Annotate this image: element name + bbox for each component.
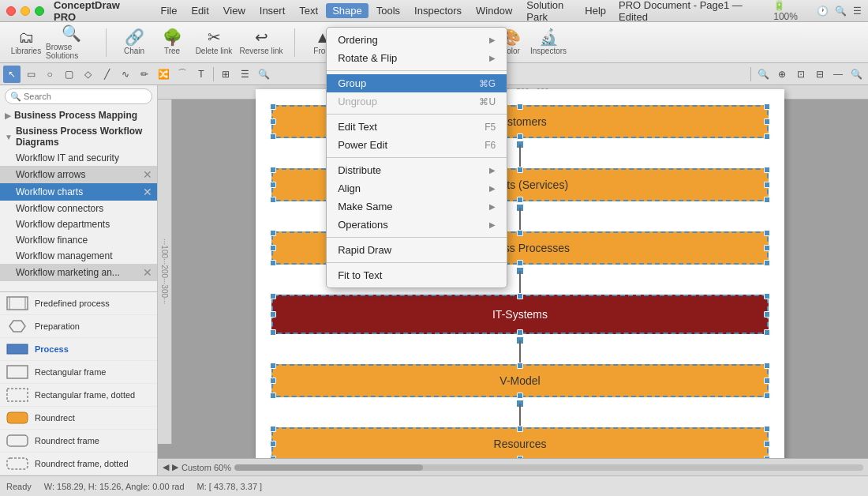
sidebar-item-workflow-finance[interactable]: Workflow finance <box>0 232 157 248</box>
menu-inspectors[interactable]: Inspectors <box>408 3 468 18</box>
browse-solutions-button[interactable]: 🔍 Browse Solutions <box>46 24 96 61</box>
shape-roundrect-frame[interactable]: Roundrect frame <box>0 430 157 453</box>
menu-solution-park[interactable]: Solution Park <box>520 0 577 24</box>
handle-bc <box>517 133 523 140</box>
line-tool[interactable]: ╱ <box>98 66 115 83</box>
pen-tool[interactable]: ✏ <box>136 66 153 83</box>
close-button[interactable] <box>6 6 16 16</box>
search-icon[interactable]: 🔍 <box>835 6 847 17</box>
handle-bp-ml <box>270 245 276 251</box>
search-box[interactable]: 🔍 <box>5 88 152 104</box>
sidebar-section-bpwd[interactable]: ▼ Business Process Workflow Diagrams <box>0 123 157 150</box>
rectangular-frame-dotted-label: Rectangular frame, dotted <box>35 390 135 400</box>
menu-distribute[interactable]: Distribute ▶ <box>327 161 507 179</box>
hamburger-icon[interactable]: ☰ <box>853 6 862 17</box>
shape-it-systems[interactable]: IT-Systems <box>271 295 769 334</box>
arc-tool[interactable]: ⌒ <box>174 66 191 83</box>
canvas-inner[interactable]: ···300···400···500···600··· ···100···200… <box>158 85 868 458</box>
close-icon-workflow-arrows[interactable]: ✕ <box>143 168 152 181</box>
scroll-thumb[interactable] <box>234 464 423 471</box>
scroll-bar[interactable] <box>234 464 863 471</box>
text-tool[interactable]: T <box>193 66 210 83</box>
menu-make-same[interactable]: Make Same ▶ <box>327 197 507 216</box>
shape-v-model[interactable]: V-Model <box>271 364 769 397</box>
predefined-process-icon <box>6 295 28 311</box>
handle-tc <box>517 103 523 110</box>
search-input[interactable] <box>24 92 147 101</box>
grid-view-toggle[interactable]: ⊞ <box>217 66 234 83</box>
zoom-in-btn[interactable]: 🔍 <box>847 66 865 83</box>
zoom-fit-btn[interactable]: ⊡ <box>792 66 810 83</box>
menu-help[interactable]: Help <box>578 3 612 18</box>
handle-bp-tr <box>764 230 770 236</box>
sidebar-item-workflow-arrows[interactable]: Workflow arrows ✕ <box>0 166 157 183</box>
minimize-button[interactable] <box>21 6 30 16</box>
menu-file[interactable]: File <box>154 3 183 18</box>
menu-tools[interactable]: Tools <box>370 3 406 18</box>
menu-operations[interactable]: Operations ▶ <box>327 216 507 234</box>
shape-resources[interactable]: Resources <box>271 427 769 458</box>
maximize-button[interactable] <box>35 6 44 16</box>
rectangular-frame-dotted-icon <box>6 387 28 403</box>
menu-view[interactable]: View <box>217 3 252 18</box>
menu-ordering[interactable]: Ordering ▶ <box>327 31 507 49</box>
close-icon-workflow-charts[interactable]: ✕ <box>143 186 152 198</box>
menu-insert[interactable]: Insert <box>253 3 292 18</box>
libraries-button[interactable]: 🗂 Libraries <box>8 24 44 61</box>
shape-preparation[interactable]: Preparation <box>0 315 157 338</box>
scroll-left-btn[interactable]: ◀ <box>163 462 169 472</box>
shape-predefined-process[interactable]: Predefined process <box>0 292 157 315</box>
menu-edit-text[interactable]: Edit Text F5 <box>327 118 507 136</box>
list-view-toggle[interactable]: ☰ <box>236 66 253 83</box>
inspectors-button[interactable]: 🔬 Inspectors <box>530 24 567 61</box>
ellipse-tool[interactable]: ○ <box>41 66 58 83</box>
zoom-actual-btn[interactable]: ⊟ <box>811 66 829 83</box>
shape-rectangular-frame-dotted[interactable]: Rectangular frame, dotted <box>0 384 157 407</box>
process-icon <box>6 341 28 357</box>
shape-process[interactable]: Process <box>0 338 157 361</box>
menu-edit[interactable]: Edit <box>185 3 215 18</box>
menu-power-edit[interactable]: Power Edit F6 <box>327 136 507 154</box>
menu-rotate-flip[interactable]: Rotate & Flip ▶ <box>327 49 507 67</box>
shape-rectangular-frame[interactable]: Rectangular frame <box>0 361 157 384</box>
zoom-marquee-btn[interactable]: ⊕ <box>773 66 791 83</box>
sidebar-item-workflow-marketing[interactable]: Workflow marketing an... ✕ <box>0 264 157 281</box>
sidebar-item-workflow-charts[interactable]: Workflow charts ✕ <box>0 183 157 201</box>
menu-shape[interactable]: Shape <box>326 3 369 18</box>
sidebar-item-workflow-management[interactable]: Workflow management <box>0 248 157 264</box>
scroll-right-btn[interactable]: ▶ <box>172 462 178 472</box>
sidebar-item-workflow-connectors[interactable]: Workflow connectors <box>0 201 157 216</box>
curve-tool[interactable]: ∿ <box>117 66 134 83</box>
traffic-lights <box>6 6 44 16</box>
sidebar-item-workflow-departments[interactable]: Workflow departments <box>0 216 157 232</box>
diamond-tool[interactable]: ◇ <box>79 66 96 83</box>
shape-roundrect[interactable]: Roundrect <box>0 407 157 430</box>
zoom-out-btn[interactable]: 🔍 <box>754 66 772 83</box>
rect-tool[interactable]: ▭ <box>22 66 39 83</box>
search-sidebar-btn[interactable]: 🔍 <box>255 66 272 83</box>
sidebar-section-bpm[interactable]: ▶ Business Process Mapping <box>0 107 157 123</box>
menu-rapid-draw[interactable]: Rapid Draw <box>327 241 507 259</box>
svg-marker-3 <box>9 321 25 332</box>
delete-link-button[interactable]: ✂ Delete link <box>192 24 236 61</box>
reverse-link-button[interactable]: ↩ Reverse link <box>238 24 285 61</box>
connector-tool[interactable]: 🔀 <box>155 66 172 83</box>
handle-ps-mr <box>764 182 770 188</box>
tree-button[interactable]: 🌳 Tree <box>154 24 190 61</box>
menu-window[interactable]: Window <box>470 3 518 18</box>
sidebar-item-workflow-it[interactable]: Workflow IT and security <box>0 150 157 166</box>
menu-text[interactable]: Text <box>293 3 324 18</box>
tree-icon: 🌳 <box>163 29 182 45</box>
rounded-rect-tool[interactable]: ▢ <box>60 66 77 83</box>
line-3 <box>519 271 521 293</box>
menu-fit-to-text[interactable]: Fit to Text <box>327 266 507 284</box>
close-icon-workflow-marketing[interactable]: ✕ <box>143 266 152 279</box>
chain-button[interactable]: 🔗 Chain <box>116 24 152 61</box>
menu-group[interactable]: Group ⌘G <box>327 74 507 92</box>
zoom-label[interactable]: Custom 60% <box>181 463 231 472</box>
shape-roundrect-frame-dotted[interactable]: Roundrect frame, dotted <box>0 453 157 475</box>
libraries-label: Libraries <box>11 47 41 55</box>
doc-title: PRO Document - Page1 — Edited <box>619 0 767 23</box>
pointer-tool[interactable]: ↖ <box>3 66 21 83</box>
menu-align[interactable]: Align ▶ <box>327 179 507 197</box>
